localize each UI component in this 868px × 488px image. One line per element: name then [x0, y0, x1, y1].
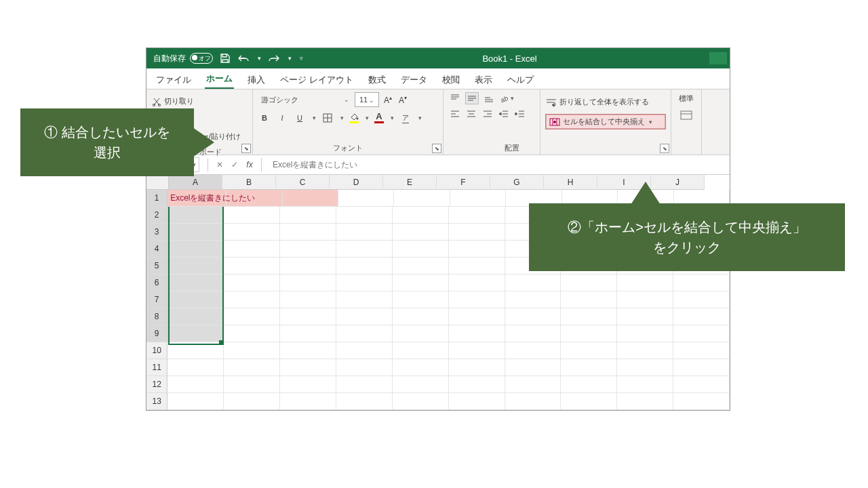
cell-A4[interactable] — [167, 241, 224, 258]
cell-F6[interactable] — [449, 274, 505, 291]
align-top-icon[interactable] — [449, 93, 461, 104]
wrap-text-button[interactable]: 折り返して全体を表示する — [546, 94, 665, 110]
tab-数式[interactable]: 数式 — [367, 70, 387, 89]
cell-D9[interactable] — [336, 325, 393, 342]
cell-E7[interactable] — [393, 291, 449, 308]
col-header-E[interactable]: E — [383, 175, 437, 190]
tab-データ[interactable]: データ — [399, 70, 429, 89]
row-header-1[interactable]: 1 — [146, 190, 167, 207]
row-header-4[interactable]: 4 — [146, 241, 167, 258]
tab-表示[interactable]: 表示 — [473, 70, 494, 89]
row-header-13[interactable]: 13 — [146, 393, 167, 410]
col-header-B[interactable]: B — [222, 175, 276, 190]
cancel-formula-icon[interactable]: ✕ — [212, 160, 227, 169]
col-header-A[interactable]: A — [169, 175, 222, 190]
increase-indent-icon[interactable] — [514, 108, 526, 119]
cell-B10[interactable] — [224, 342, 280, 359]
cell-A1[interactable]: Excelを縦書きにしたい — [167, 190, 226, 207]
redo-caret[interactable]: ▾ — [288, 55, 292, 62]
decrease-indent-icon[interactable] — [498, 108, 510, 119]
cell-F11[interactable] — [449, 359, 505, 376]
cell-C5[interactable] — [280, 258, 336, 274]
cell-B3[interactable] — [224, 224, 280, 241]
cell-B4[interactable] — [224, 241, 280, 258]
orientation-button[interactable]: ab▾ — [499, 92, 514, 104]
cell-I10[interactable] — [617, 342, 673, 359]
cell-C7[interactable] — [280, 291, 336, 308]
cell-G10[interactable] — [505, 342, 561, 359]
cell-I8[interactable] — [617, 308, 673, 325]
select-all-corner[interactable] — [146, 175, 169, 190]
number-format-label[interactable]: 標準 — [679, 94, 694, 104]
cell-F13[interactable] — [449, 393, 505, 410]
bold-button[interactable]: B — [258, 111, 271, 125]
cell-F2[interactable] — [449, 207, 505, 224]
cell-G11[interactable] — [505, 359, 561, 376]
cell-C2[interactable] — [280, 207, 336, 224]
cell-B2[interactable] — [224, 207, 280, 224]
cell-H9[interactable] — [561, 325, 617, 342]
cell-C13[interactable] — [280, 393, 336, 410]
cell-D1[interactable] — [338, 190, 394, 207]
cell-C10[interactable] — [280, 342, 336, 359]
cell-B13[interactable] — [224, 393, 280, 410]
cell-G9[interactable] — [505, 325, 561, 342]
merge-center-button[interactable]: セルを結合して中央揃え ▾ — [546, 115, 665, 129]
cell-A10[interactable] — [167, 342, 224, 359]
cell-J6[interactable] — [673, 274, 730, 291]
cell-F8[interactable] — [449, 308, 505, 325]
cell-E5[interactable] — [393, 258, 449, 274]
cell-D7[interactable] — [336, 291, 393, 308]
cell-J7[interactable] — [673, 291, 730, 308]
clipboard-dialog-icon[interactable]: ⬊ — [241, 144, 251, 153]
cell-B6[interactable] — [224, 274, 280, 291]
selection-handle[interactable] — [219, 340, 223, 344]
cell-G8[interactable] — [505, 308, 561, 325]
undo-caret[interactable]: ▾ — [258, 55, 261, 62]
cell-I9[interactable] — [617, 325, 673, 342]
row-header-9[interactable]: 9 — [146, 325, 167, 342]
tab-ヘルプ[interactable]: ヘルプ — [506, 70, 535, 89]
cell-C12[interactable] — [280, 376, 336, 393]
cell-D13[interactable] — [336, 393, 393, 410]
cell-E13[interactable] — [393, 393, 449, 410]
alignment-dialog-icon[interactable]: ⬊ — [660, 144, 669, 153]
cell-E8[interactable] — [393, 308, 449, 325]
cell-A6[interactable] — [167, 274, 224, 291]
cell-E10[interactable] — [393, 342, 449, 359]
col-header-D[interactable]: D — [330, 175, 383, 190]
tab-ファイル[interactable]: ファイル — [155, 70, 193, 89]
cell-B7[interactable] — [224, 291, 280, 308]
cell-I13[interactable] — [617, 393, 673, 410]
cell-A12[interactable] — [167, 376, 224, 393]
col-header-C[interactable]: C — [276, 175, 330, 190]
cell-C11[interactable] — [280, 359, 336, 376]
window-button[interactable] — [709, 52, 727, 64]
cell-H11[interactable] — [561, 359, 617, 376]
cell-I6[interactable] — [617, 274, 673, 291]
cell-J8[interactable] — [673, 308, 730, 325]
align-bottom-icon[interactable] — [483, 93, 495, 104]
tab-ホーム[interactable]: ホーム — [205, 68, 234, 89]
qat-more[interactable]: ▿ — [300, 55, 303, 62]
cell-H8[interactable] — [561, 308, 617, 325]
cell-C1[interactable] — [283, 190, 338, 207]
cell-J11[interactable] — [673, 359, 730, 376]
cell-C6[interactable] — [280, 274, 336, 291]
tab-校閲[interactable]: 校閲 — [441, 70, 461, 89]
cell-E9[interactable] — [393, 325, 449, 342]
cell-B12[interactable] — [224, 376, 280, 393]
cell-E1[interactable] — [394, 190, 450, 207]
fill-color-button[interactable] — [349, 113, 359, 123]
cell-E3[interactable] — [393, 224, 449, 241]
cell-D8[interactable] — [336, 308, 393, 325]
col-header-H[interactable]: H — [544, 175, 597, 190]
cell-H13[interactable] — [561, 393, 617, 410]
cell-D5[interactable] — [336, 258, 393, 274]
save-icon[interactable] — [220, 53, 231, 64]
cell-D11[interactable] — [336, 359, 393, 376]
cell-A3[interactable] — [167, 224, 224, 241]
row-header-2[interactable]: 2 — [146, 207, 167, 224]
row-header-10[interactable]: 10 — [146, 342, 167, 359]
formula-value[interactable]: Excelを縦書きにしたい — [266, 159, 730, 171]
